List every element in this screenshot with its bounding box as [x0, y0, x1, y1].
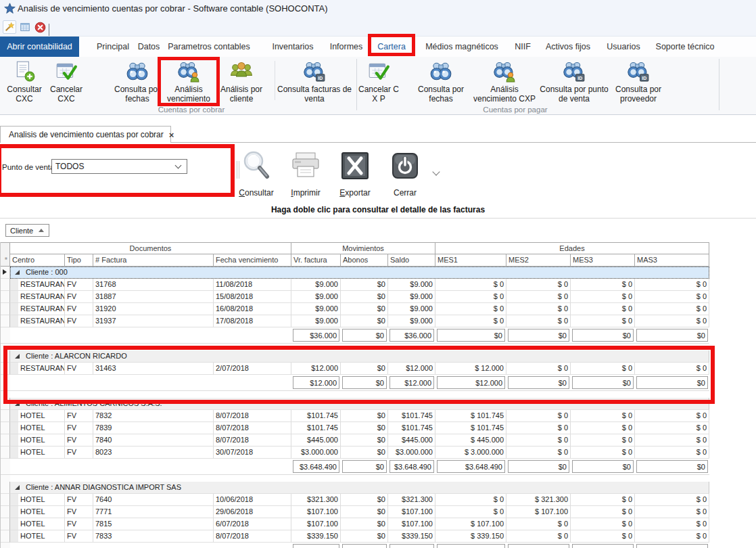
close-circle-icon[interactable]	[33, 20, 47, 34]
summary-cell-saldo: $3.648.490	[388, 459, 435, 475]
column-header-saldo[interactable]: Saldo	[388, 254, 435, 267]
band-edades[interactable]: Edades	[435, 242, 709, 254]
column-header-mes2[interactable]: MES2	[506, 254, 571, 267]
invoice-row[interactable]: RESTAURANFV314632/07/2018$12.000$0$12.00…	[1, 363, 709, 375]
column-header-abonos[interactable]: Abonos	[341, 254, 388, 267]
column-header-centro[interactable]: Centro	[10, 254, 65, 267]
column-header-tipo[interactable]: Tipo	[65, 254, 93, 267]
group-by-cliente-button[interactable]: Cliente	[5, 224, 49, 237]
ribbon-tab-usuarios[interactable]: Usuarios	[607, 37, 640, 57]
window-title: Analisis de vencimiento cuentas por cobr…	[18, 3, 328, 14]
column-header-mes3[interactable]: MES3	[571, 254, 635, 267]
invoice-row[interactable]: HOTELFV78328/07/2018$101.745$0$101.745$ …	[1, 410, 709, 422]
binoculars-icon	[429, 60, 452, 83]
group-row-cliente-annar-diagnostica-import-sas[interactable]: Cliente : ANNAR DIAGNOSTICA IMPORT SAS	[1, 482, 709, 494]
cell-abonos: $0	[341, 447, 388, 459]
invoice-row[interactable]: RESTAURANFV3188715/08/2018$9.000$0$9.000…	[1, 291, 709, 303]
group-row-cliente-alarcon-ricardo[interactable]: Cliente : ALARCON RICARDO	[1, 350, 709, 363]
column-header-mes1[interactable]: MES1	[435, 254, 506, 267]
cell-centro: RESTAURAN	[18, 363, 65, 375]
group-expanded-icon[interactable]	[15, 354, 20, 359]
wand-icon[interactable]	[3, 20, 16, 34]
invoice-row[interactable]: RESTAURANFV3193717/08/2018$9.000$0$9.000…	[1, 315, 709, 327]
ribbon-tab-cartera[interactable]: Cartera	[377, 37, 406, 57]
group-expanded-icon[interactable]	[15, 401, 20, 406]
ribbon-button-cancelar-c-x-p[interactable]: Cancelar C X P	[356, 60, 401, 104]
invoice-row[interactable]: HOTELFV78156/07/2018$107.100$0$107.100$ …	[1, 518, 709, 530]
cell-factura: 7771	[93, 506, 214, 518]
ribbon-button-an-lisis-por-cliente[interactable]: Análisis por cliente	[216, 60, 267, 104]
group-header-cell[interactable]: Cliente : ANNAR DIAGNOSTICA IMPORT SAS	[10, 482, 709, 494]
column-header-factura[interactable]: # Factura	[93, 254, 214, 267]
punto-de-venta-combobox[interactable]: TODOS	[51, 159, 187, 174]
row-indicator	[1, 518, 10, 530]
ribbon-tab-m-dios-magn-ticos[interactable]: Médios magnéticos	[425, 37, 498, 57]
invoice-row[interactable]: HOTELFV78408/07/2018$445.000$0$445.000$ …	[1, 434, 709, 447]
invoice-row[interactable]: HOTELFV78338/07/2018$339.150$0$339.150$ …	[1, 530, 709, 543]
ribbon-button-consulta-por-punto-de-venta[interactable]: IDConsulta por punto de venta	[539, 60, 609, 104]
group-header-cell[interactable]: Cliente : 000	[10, 267, 709, 279]
document-tab-close-icon[interactable]: ×	[169, 131, 174, 139]
ribbon-button-consulta-por-proveedor[interactable]: IDConsulta por proveedor	[607, 60, 670, 104]
summary-value: $3.648.490	[389, 460, 434, 473]
cell-tipo: FV	[65, 434, 93, 447]
cerrar-button[interactable]: Cerrar	[373, 150, 438, 198]
ribbon-button-an-lisis-vencimiento[interactable]: Análisis vencimiento	[160, 60, 218, 104]
cell-tipo: FV	[65, 291, 93, 303]
ribbon-button-consultar-cxc[interactable]: Consultar CXC	[3, 60, 45, 104]
file-button[interactable]: Abrir contabilidad	[0, 37, 79, 57]
ribbon-tab-datos[interactable]: Datos	[138, 37, 160, 57]
invoice-row[interactable]: HOTELFV78398/07/2018$101.745$0$101.745$ …	[1, 422, 709, 434]
group-header-cell[interactable]: Cliente : ALIMENTOS CARNICOS S.A.S.	[10, 398, 709, 410]
summary-spacer	[10, 459, 291, 475]
ribbon-tab-inventarios[interactable]: Inventarios	[272, 37, 313, 57]
calendar-icon[interactable]	[18, 20, 32, 34]
cell-mes3: $ 0	[571, 518, 635, 530]
cell-mes3: $ 0	[571, 506, 635, 518]
column-header-mas3[interactable]: MAS3	[635, 254, 709, 267]
ribbon-button-cancelar-cxc[interactable]: Cancelar CXC	[45, 60, 87, 104]
document-tab[interactable]: Analisis de vencimiento cuentas por cobr…	[0, 126, 171, 143]
summary-value: $0	[342, 329, 387, 342]
group-expanded-icon[interactable]	[15, 270, 20, 275]
ribbon-button-label: Consulta por fechas	[112, 85, 163, 104]
ribbon-button-consulta-por-fechas[interactable]: Consulta por fechas	[415, 60, 467, 104]
cell-saldo: $3.000.000	[388, 447, 435, 459]
invoice-row[interactable]: HOTELFV777129/06/2018$107.100$0$107.100$…	[1, 506, 709, 518]
cell-vr-factura: $9.000	[291, 303, 341, 315]
cell-centro: RESTAURAN	[18, 279, 65, 291]
summary-value	[389, 544, 434, 548]
band-movimientos[interactable]: Movimientos	[291, 242, 435, 254]
summary-cell-mas3: $0	[635, 327, 709, 344]
cell-vr-factura: $9.000	[291, 291, 341, 303]
band-documentos[interactable]: Documentos	[10, 242, 291, 254]
ribbon-tab-soporte-t-cnico[interactable]: Soporte técnico	[656, 37, 715, 57]
ribbon-button-consulta-facturas-de-venta[interactable]: IDConsulta facturas de venta	[276, 60, 353, 104]
column-header-vr-factura[interactable]: Vr. factura	[291, 254, 341, 267]
invoice-row[interactable]: HOTELFV764010/06/2018$321.300$0$321.300$…	[1, 494, 709, 506]
cell-vr-factura: $339.150	[291, 530, 341, 543]
chevron-down-icon	[175, 162, 182, 169]
ribbon-button-consulta-por-fechas[interactable]: Consulta por fechas	[112, 60, 163, 104]
ribbon-button-label: Consulta por proveedor	[607, 85, 670, 104]
invoice-row[interactable]: RESTAURANFV3176811/08/2018$9.000$0$9.000…	[1, 279, 709, 291]
group-header-cell[interactable]: Cliente : ALARCON RICARDO	[10, 350, 709, 363]
ribbon-tab-niif[interactable]: NIIF	[515, 37, 531, 57]
group-row-cliente-000[interactable]: Cliente : 000	[1, 267, 709, 279]
invoice-row[interactable]: RESTAURANFV3192016/08/2018$9.000$0$9.000…	[1, 303, 709, 315]
ribbon-tab-activos-fijos[interactable]: Activos fijos	[546, 37, 590, 57]
group-summary-row: $36.000$0$36.000$0$0$0$0	[1, 327, 709, 344]
group-row-cliente-alimentos-carnicos-s-a-s[interactable]: Cliente : ALIMENTOS CARNICOS S.A.S.	[1, 398, 709, 410]
ribbon-tab-principal[interactable]: Principal	[97, 37, 129, 57]
cell-abonos: $0	[341, 303, 388, 315]
cell-mes3: $ 0	[571, 410, 635, 422]
column-header-fecha-vencimiento[interactable]: Fecha vencimiento	[214, 254, 291, 267]
invoice-row[interactable]: HOTELFV802330/07/2018$3.000.000$0$3.000.…	[1, 447, 709, 459]
ribbon-tab-informes[interactable]: Informes	[330, 37, 363, 57]
gap-cell	[10, 391, 709, 398]
cell-factura: 7840	[93, 434, 214, 447]
ribbon-tab-parametros-contables[interactable]: Parametros contables	[168, 37, 250, 57]
qat-customize-icon[interactable]	[49, 24, 55, 30]
ribbon-button-an-lisis-vencimiento-cxp[interactable]: Análisis vencimiento CXP	[468, 60, 541, 104]
group-expanded-icon[interactable]	[15, 485, 20, 490]
